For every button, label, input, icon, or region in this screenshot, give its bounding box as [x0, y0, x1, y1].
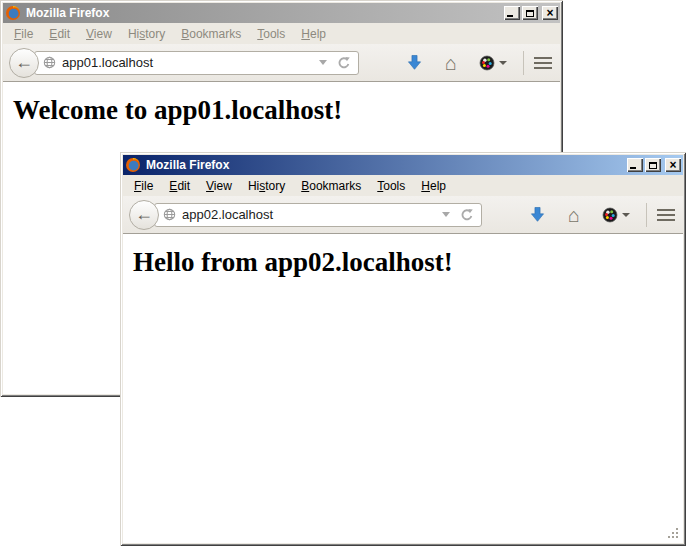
navigation-toolbar: ← app02.localhost	[123, 196, 683, 234]
menu-edit[interactable]: Edit	[161, 177, 198, 195]
hamburger-icon	[534, 57, 552, 69]
chevron-down-icon	[499, 61, 507, 65]
window-controls: ×	[627, 158, 681, 172]
home-icon[interactable]: ⌂	[445, 53, 457, 73]
color-wheel-extension-icon[interactable]	[602, 207, 630, 223]
titlebar[interactable]: Mozilla Firefox ×	[3, 3, 560, 23]
home-icon[interactable]: ⌂	[568, 205, 580, 225]
url-bar[interactable]: app02.localhost	[154, 203, 482, 227]
minimize-button[interactable]	[504, 6, 520, 20]
page-heading: Hello from app02.localhost!	[133, 247, 683, 278]
menu-history[interactable]: History	[240, 177, 293, 195]
menu-bookmarks[interactable]: Bookmarks	[293, 177, 369, 195]
page-heading: Welcome to app01.localhost!	[13, 95, 560, 126]
toolbar-separator	[523, 51, 524, 75]
chevron-down-icon	[622, 213, 630, 217]
menu-history[interactable]: History	[120, 25, 173, 43]
menu-tools[interactable]: Tools	[249, 25, 293, 43]
site-identity-globe-icon[interactable]	[163, 208, 176, 221]
reload-icon[interactable]	[337, 56, 351, 70]
resize-grip[interactable]	[668, 528, 679, 539]
close-button[interactable]: ×	[542, 6, 558, 20]
reload-icon[interactable]	[460, 208, 474, 222]
browser-window-app02: Mozilla Firefox × FileEditViewHistoryBoo…	[120, 152, 686, 546]
window-controls: ×	[504, 6, 558, 20]
site-identity-globe-icon[interactable]	[43, 56, 56, 69]
menu-bar: FileEditViewHistoryBookmarksToolsHelp	[3, 23, 560, 44]
url-bar[interactable]: app01.localhost	[34, 51, 359, 75]
color-wheel-extension-icon[interactable]	[479, 55, 507, 71]
url-text[interactable]: app01.localhost	[62, 55, 313, 70]
menu-bar: FileEditViewHistoryBookmarksToolsHelp	[123, 175, 683, 196]
minimize-icon	[507, 15, 513, 17]
hamburger-menu-button[interactable]	[534, 57, 552, 69]
back-button[interactable]: ←	[9, 48, 39, 78]
firefox-logo-icon	[5, 5, 21, 21]
menu-edit[interactable]: Edit	[41, 25, 78, 43]
hamburger-icon	[657, 209, 675, 221]
url-text[interactable]: app02.localhost	[182, 207, 436, 222]
navigation-toolbar: ← app01.localhost	[3, 44, 560, 82]
downloads-icon[interactable]	[529, 206, 546, 223]
menu-help[interactable]: Help	[413, 177, 454, 195]
titlebar[interactable]: Mozilla Firefox ×	[123, 155, 683, 175]
window-title: Mozilla Firefox	[24, 6, 501, 20]
menu-view[interactable]: View	[78, 25, 120, 43]
maximize-button[interactable]	[522, 6, 538, 20]
maximize-icon	[526, 10, 534, 17]
toolbar-separator	[646, 203, 647, 227]
page-content: Hello from app02.localhost!	[123, 234, 683, 543]
menu-file[interactable]: File	[6, 25, 41, 43]
back-button[interactable]: ←	[129, 200, 159, 230]
menu-view[interactable]: View	[198, 177, 240, 195]
maximize-icon	[649, 162, 657, 169]
menu-bookmarks[interactable]: Bookmarks	[173, 25, 249, 43]
menu-file[interactable]: File	[126, 177, 161, 195]
history-dropdown-icon[interactable]	[442, 212, 450, 217]
minimize-button[interactable]	[627, 158, 643, 172]
window-title: Mozilla Firefox	[144, 158, 624, 172]
history-dropdown-icon[interactable]	[319, 60, 327, 65]
firefox-logo-icon	[125, 157, 141, 173]
hamburger-menu-button[interactable]	[657, 209, 675, 221]
maximize-button[interactable]	[645, 158, 661, 172]
menu-help[interactable]: Help	[293, 25, 334, 43]
minimize-icon	[630, 167, 636, 169]
downloads-icon[interactable]	[406, 54, 423, 71]
menu-tools[interactable]: Tools	[369, 177, 413, 195]
close-button[interactable]: ×	[665, 158, 681, 172]
